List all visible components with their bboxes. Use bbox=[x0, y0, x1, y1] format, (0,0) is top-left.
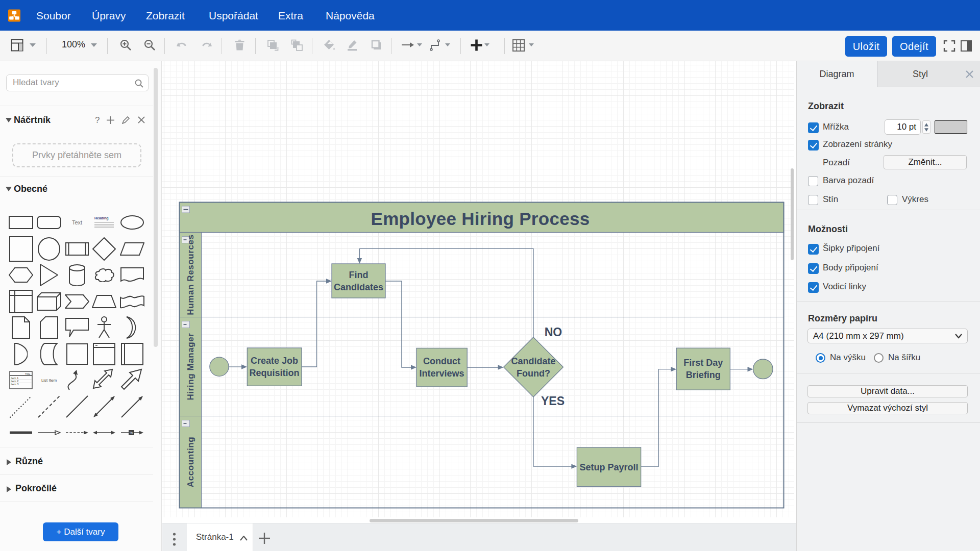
svg-text:Find: Find bbox=[349, 270, 369, 280]
svg-text:Heading: Heading bbox=[94, 216, 109, 220]
svg-text:Human Resources: Human Resources bbox=[186, 234, 195, 315]
svg-text:Conduct: Conduct bbox=[423, 356, 460, 366]
svg-text:Interviews: Interviews bbox=[420, 368, 464, 379]
svg-text:Text: Text bbox=[72, 219, 82, 226]
svg-text:Candidate: Candidate bbox=[511, 356, 555, 366]
svg-text:Candidates: Candidates bbox=[334, 282, 383, 292]
svg-text:First Day: First Day bbox=[683, 358, 723, 368]
svg-text:List Item: List Item bbox=[41, 378, 57, 383]
svg-text:Setup Payroll: Setup Payroll bbox=[579, 462, 638, 472]
svg-text:Title: Title bbox=[25, 372, 30, 375]
svg-text:Requisition: Requisition bbox=[250, 368, 300, 378]
svg-text:YES: YES bbox=[541, 394, 565, 408]
svg-text:Hiring Manager: Hiring Manager bbox=[186, 333, 195, 400]
svg-text:%: % bbox=[130, 431, 133, 435]
svg-text:Employee Hiring Process: Employee Hiring Process bbox=[371, 209, 590, 229]
svg-text:Briefing: Briefing bbox=[686, 370, 721, 380]
svg-text:NO: NO bbox=[545, 325, 562, 339]
svg-text:Item 3: Item 3 bbox=[11, 383, 18, 386]
svg-text:Found?: Found? bbox=[517, 368, 550, 379]
svg-text:Accounting: Accounting bbox=[186, 437, 195, 488]
svg-text:Create Job: Create Job bbox=[251, 356, 298, 366]
